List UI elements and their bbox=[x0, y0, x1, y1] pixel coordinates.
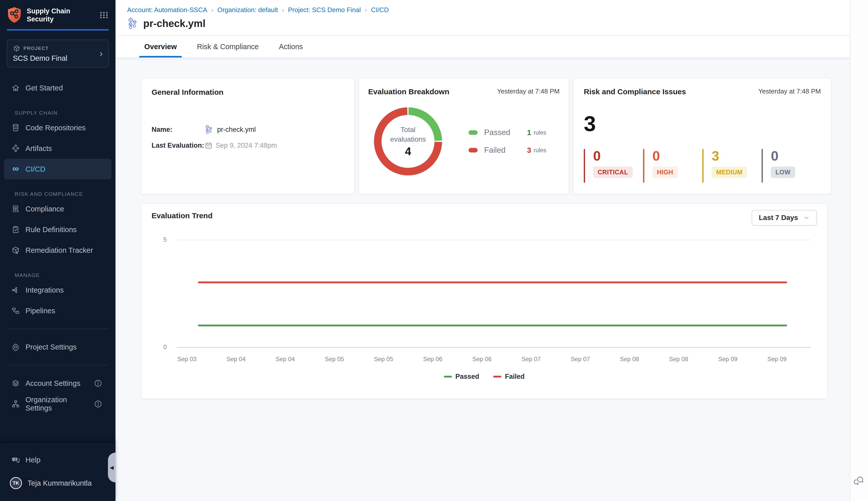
tab-risk-compliance[interactable]: Risk & Compliance bbox=[194, 36, 262, 57]
account-layers-icon bbox=[11, 379, 20, 387]
legend-label: Failed bbox=[505, 373, 524, 381]
last-evaluation-label: Last Evaluation: bbox=[151, 142, 205, 149]
breadcrumb-separator: › bbox=[207, 7, 217, 14]
name-row: Name: pr-check.yml bbox=[151, 125, 344, 134]
card-title: Evaluation Trend bbox=[151, 211, 817, 220]
pipeline-file-icon bbox=[127, 18, 139, 30]
chat-support-icon[interactable] bbox=[854, 475, 865, 487]
severity-bar bbox=[643, 149, 644, 183]
divider bbox=[7, 365, 109, 365]
cube-icon bbox=[13, 45, 20, 52]
donut-center-label: Total evaluations bbox=[387, 125, 429, 144]
x-axis-tick: Sep 08 bbox=[620, 355, 639, 363]
severity-medium: 3 MEDIUM bbox=[702, 149, 762, 183]
y-axis-tick: 5 bbox=[151, 236, 167, 243]
sidebar-item-compliance[interactable]: Compliance bbox=[0, 199, 115, 219]
breadcrumb-organization[interactable]: Organization: default bbox=[217, 6, 278, 14]
gear-icon bbox=[11, 343, 20, 351]
app-switcher-grid-icon[interactable] bbox=[99, 10, 109, 20]
user-menu[interactable]: TK Teja Kummarikuntla bbox=[0, 473, 115, 493]
legend-item-failed: Failed 3 rules bbox=[469, 146, 546, 155]
help-chat-icon: ? bbox=[11, 456, 20, 464]
project-name: SCS Demo Final bbox=[13, 54, 103, 63]
sidebar-item-help[interactable]: ? Help bbox=[0, 450, 115, 470]
risk-compliance-issues-card: Risk and Compliance Issues Yesterday at … bbox=[574, 78, 831, 194]
x-axis-tick: Sep 04 bbox=[276, 355, 295, 363]
x-axis-tick: Sep 03 bbox=[177, 355, 197, 363]
project-selector[interactable]: PROJECT SCS Demo Final › bbox=[7, 40, 109, 67]
x-axis-tick: Sep 09 bbox=[718, 355, 738, 363]
org-chart-icon bbox=[11, 400, 20, 408]
last-evaluation-row: Last Evaluation: Sep 9, 2024 7:48pm bbox=[151, 141, 344, 149]
card-title: Evaluation Breakdown bbox=[368, 87, 449, 96]
integrations-icon bbox=[11, 286, 20, 294]
app-title: Supply Chain Security bbox=[27, 7, 99, 23]
rule-definitions-icon bbox=[11, 225, 20, 234]
remediation-tracker-icon bbox=[11, 246, 20, 255]
app-header: Supply Chain Security bbox=[0, 0, 115, 29]
sidebar-item-remediation-tracker[interactable]: Remediation Tracker bbox=[0, 240, 115, 260]
severity-bar bbox=[762, 149, 763, 183]
breadcrumb-cicd[interactable]: CI/CD bbox=[371, 6, 389, 14]
module-accent-bar bbox=[7, 29, 109, 31]
severity-bar bbox=[584, 149, 585, 183]
breadcrumb-separator: › bbox=[278, 7, 288, 14]
sidebar-item-integrations[interactable]: Integrations bbox=[0, 280, 115, 300]
breadcrumb-account[interactable]: Account: Automation-SSCA bbox=[127, 6, 207, 14]
x-axis-tick: Sep 04 bbox=[227, 355, 245, 363]
sidebar-item-get-started[interactable]: Get Started bbox=[0, 78, 115, 98]
donut-legend: Passed 1 rules Failed 3 rules bbox=[469, 128, 546, 155]
failed-swatch bbox=[469, 148, 478, 152]
severity-bar bbox=[702, 149, 703, 183]
tab-actions[interactable]: Actions bbox=[275, 36, 306, 57]
x-axis-tick: Sep 07 bbox=[571, 355, 590, 363]
severity-breakdown: 0 CRITICAL 0 HIGH 3 bbox=[584, 149, 821, 183]
sidebar-item-code-repositories[interactable]: Code Repositories bbox=[0, 117, 115, 138]
divider bbox=[7, 329, 109, 329]
sidebar-item-organization-settings[interactable]: Organization Settings bbox=[0, 394, 115, 414]
trend-legend-item-failed: Failed bbox=[493, 373, 524, 381]
date-range-select[interactable]: Last 7 Days bbox=[752, 210, 817, 225]
legend-swatch bbox=[444, 376, 452, 377]
severity-badge: CRITICAL bbox=[593, 167, 633, 178]
project-label: PROJECT bbox=[23, 46, 49, 51]
sidebar: Supply Chain Security PROJECT SCS Demo F… bbox=[0, 0, 115, 501]
x-axis-tick: Sep 05 bbox=[325, 355, 344, 363]
sidebar-item-account-settings[interactable]: Account Settings bbox=[0, 373, 115, 394]
user-name: Teja Kummarikuntla bbox=[28, 479, 92, 487]
supply-chain-security-logo-icon bbox=[7, 7, 22, 24]
sidebar-item-rule-definitions[interactable]: Rule Definitions bbox=[0, 219, 115, 240]
sidebar-item-artifacts[interactable]: Artifacts bbox=[0, 138, 115, 159]
card-title: General Information bbox=[151, 88, 344, 97]
info-icon[interactable] bbox=[94, 379, 102, 387]
collapse-arrow-icon: ◀ bbox=[110, 465, 114, 470]
card-title: Risk and Compliance Issues bbox=[584, 87, 686, 96]
tab-overview[interactable]: Overview bbox=[141, 36, 180, 57]
sidebar-item-cicd[interactable]: ∞ CI/CD bbox=[4, 159, 112, 179]
x-axis-tick: Sep 06 bbox=[423, 355, 442, 363]
trend-line-chart: 50Sep 03Sep 04Sep 04Sep 05Sep 05Sep 06Se… bbox=[151, 230, 817, 371]
sidebar-bottom: ? Help TK Teja Kummarikuntla bbox=[0, 442, 115, 501]
total-issues-value: 3 bbox=[584, 113, 821, 134]
trend-legend: PassedFailed bbox=[151, 373, 817, 381]
tab-bar: Overview Risk & Compliance Actions bbox=[115, 36, 850, 58]
nav-section-manage: MANAGE bbox=[14, 272, 115, 278]
breadcrumb-separator: › bbox=[361, 7, 371, 14]
legend-swatch bbox=[493, 376, 501, 377]
right-utility-rail bbox=[850, 0, 868, 501]
pipeline-name-value: pr-check.yml bbox=[217, 126, 256, 134]
code-repositories-icon bbox=[11, 124, 20, 132]
sidebar-item-pipelines[interactable]: Pipelines bbox=[0, 300, 115, 321]
breadcrumb: Account: Automation-SSCA › Organization:… bbox=[127, 6, 840, 14]
breadcrumb-project[interactable]: Project: SCS Demo Final bbox=[288, 6, 361, 14]
info-icon[interactable] bbox=[94, 400, 102, 408]
general-information-card: General Information Name: pr-check.yml bbox=[141, 78, 354, 194]
artifacts-icon bbox=[11, 144, 20, 153]
sidebar-item-project-settings[interactable]: Project Settings bbox=[0, 337, 115, 358]
severity-badge: HIGH bbox=[652, 167, 678, 178]
timestamp: Yesterday at 7:48 PM bbox=[497, 87, 560, 95]
severity-badge: LOW bbox=[771, 167, 795, 178]
trend-line-failed bbox=[198, 281, 787, 283]
x-axis-tick: Sep 08 bbox=[669, 355, 688, 363]
sidebar-collapse-handle[interactable]: ◀ bbox=[108, 452, 115, 482]
